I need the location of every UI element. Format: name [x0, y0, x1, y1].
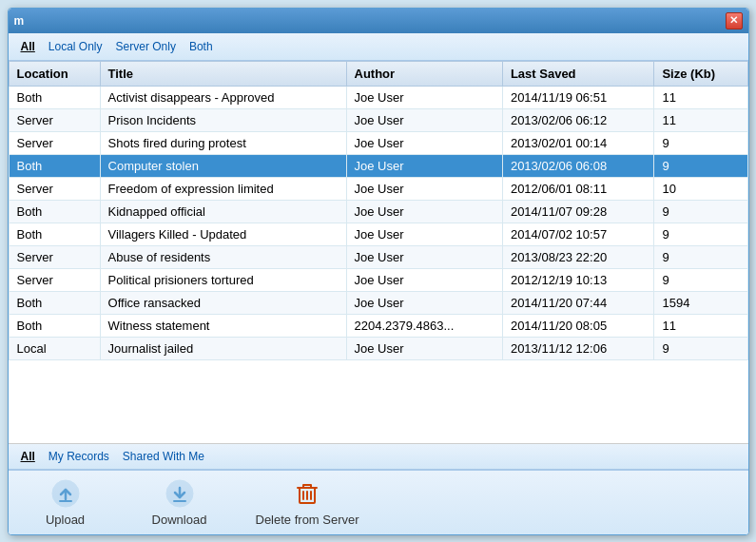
upload-button[interactable]: Upload [28, 478, 104, 527]
action-bar: Upload Download [9, 470, 748, 534]
delete-label: Delete from Server [256, 513, 359, 527]
cell-location: Server [9, 131, 100, 154]
table-row[interactable]: ServerAbuse of residentsJoe User2013/08/… [9, 245, 747, 268]
cell-location: Server [9, 268, 100, 291]
bottom-tab-all[interactable]: All [18, 449, 38, 464]
col-header-author: Author [346, 61, 502, 86]
download-label: Download [152, 513, 207, 527]
upload-label: Upload [46, 513, 85, 527]
cell-size: 11 [654, 86, 747, 108]
delete-button[interactable]: Delete from Server [256, 478, 359, 527]
cell-author: Joe User [346, 177, 502, 200]
cell-author: Joe User [346, 200, 502, 223]
upload-icon [50, 478, 81, 509]
bottom-tab-bar: All My Records Shared With Me [9, 444, 748, 470]
cell-last_saved: 2014/11/19 06:51 [502, 86, 654, 108]
download-button[interactable]: Download [142, 478, 218, 527]
col-header-location: Location [9, 61, 100, 86]
window-title: m [14, 14, 25, 28]
table-row[interactable]: BothWitness statement2204.2379.4863...20… [9, 314, 747, 337]
cell-title: Office ransacked [100, 291, 346, 314]
cell-location: Both [9, 200, 100, 223]
filter-tab-server-only[interactable]: Server Only [113, 39, 179, 54]
cell-title: Activist disappears - Approved [100, 86, 346, 108]
cell-last_saved: 2014/11/20 08:05 [502, 314, 654, 337]
table-row[interactable]: ServerFreedom of expression limitedJoe U… [9, 177, 747, 200]
cell-location: Both [9, 223, 100, 245]
table-row[interactable]: BothVillagers Killed - UpdatedJoe User20… [9, 223, 747, 245]
records-table-container: Location Title Author Last Saved Size (K… [9, 61, 748, 444]
cell-title: Prison Incidents [100, 108, 346, 131]
table-row[interactable]: BothComputer stolenJoe User2013/02/06 06… [9, 154, 747, 177]
cell-title: Abuse of residents [100, 245, 346, 268]
cell-location: Server [9, 177, 100, 200]
cell-location: Both [9, 291, 100, 314]
cell-location: Both [9, 314, 100, 337]
cell-author: Joe User [346, 108, 502, 131]
cell-size: 9 [654, 223, 747, 245]
filter-tab-all[interactable]: All [18, 39, 38, 54]
cell-size: 9 [654, 337, 747, 359]
table-row[interactable]: ServerShots fired during protestJoe User… [9, 131, 747, 154]
cell-author: Joe User [346, 86, 502, 108]
cell-last_saved: 2013/02/06 06:08 [502, 154, 654, 177]
cell-last_saved: 2012/06/01 08:11 [502, 177, 654, 200]
cell-title: Witness statement [100, 314, 346, 337]
cell-size: 9 [654, 245, 747, 268]
cell-author: Joe User [346, 154, 502, 177]
cell-author: Joe User [346, 245, 502, 268]
bottom-tab-shared-with-me[interactable]: Shared With Me [120, 449, 207, 464]
cell-title: Villagers Killed - Updated [100, 223, 346, 245]
table-row[interactable]: BothKidnapped officialJoe User2014/11/07… [9, 200, 747, 223]
cell-size: 9 [654, 131, 747, 154]
delete-icon [292, 478, 322, 509]
cell-last_saved: 2014/07/02 10:57 [502, 223, 654, 245]
cell-location: Local [9, 337, 100, 359]
cell-size: 9 [654, 154, 747, 177]
cell-title: Political prisioners tortured [100, 268, 346, 291]
cell-title: Freedom of expression limited [100, 177, 346, 200]
filter-tab-local-only[interactable]: Local Only [46, 39, 106, 54]
cell-author: Joe User [346, 131, 502, 154]
cell-size: 9 [654, 200, 747, 223]
col-header-last-saved: Last Saved [502, 61, 654, 86]
cell-location: Both [9, 86, 100, 108]
cell-title: Kidnapped official [100, 200, 346, 223]
cell-size: 9 [654, 268, 747, 291]
cell-author: Joe User [346, 291, 502, 314]
cell-title: Journalist jailed [100, 337, 346, 359]
download-icon [165, 478, 195, 509]
cell-last_saved: 2013/02/06 06:12 [502, 108, 654, 131]
cell-location: Server [9, 108, 100, 131]
records-table: Location Title Author Last Saved Size (K… [9, 61, 748, 360]
table-row[interactable]: BothActivist disappears - ApprovedJoe Us… [9, 86, 747, 108]
cell-size: 10 [654, 177, 747, 200]
cell-title: Shots fired during protest [100, 131, 346, 154]
close-button[interactable]: ✕ [726, 12, 743, 29]
bottom-tab-my-records[interactable]: My Records [46, 449, 112, 464]
col-header-title: Title [100, 61, 346, 86]
filter-tab-bar: All Local Only Server Only Both [9, 33, 748, 61]
filter-tab-both[interactable]: Both [186, 39, 216, 54]
cell-last_saved: 2014/11/07 09:28 [502, 200, 654, 223]
title-bar: m ✕ [9, 9, 748, 33]
cell-author: Joe User [346, 268, 502, 291]
cell-title: Computer stolen [100, 154, 346, 177]
cell-location: Server [9, 245, 100, 268]
cell-location: Both [9, 154, 100, 177]
cell-size: 1594 [654, 291, 747, 314]
table-row[interactable]: BothOffice ransackedJoe User2014/11/20 0… [9, 291, 747, 314]
cell-last_saved: 2013/02/01 00:14 [502, 131, 654, 154]
cell-last_saved: 2013/11/12 12:06 [502, 337, 654, 359]
cell-author: 2204.2379.4863... [346, 314, 502, 337]
cell-last_saved: 2014/11/20 07:44 [502, 291, 654, 314]
table-header-row: Location Title Author Last Saved Size (K… [9, 61, 747, 86]
cell-last_saved: 2013/08/23 22:20 [502, 245, 654, 268]
col-header-size: Size (Kb) [654, 61, 747, 86]
table-row[interactable]: LocalJournalist jailedJoe User2013/11/12… [9, 337, 747, 359]
table-row[interactable]: ServerPrison IncidentsJoe User2013/02/06… [9, 108, 747, 131]
cell-last_saved: 2012/12/19 10:13 [502, 268, 654, 291]
cell-size: 11 [654, 108, 747, 131]
table-row[interactable]: ServerPolitical prisioners torturedJoe U… [9, 268, 747, 291]
cell-size: 11 [654, 314, 747, 337]
